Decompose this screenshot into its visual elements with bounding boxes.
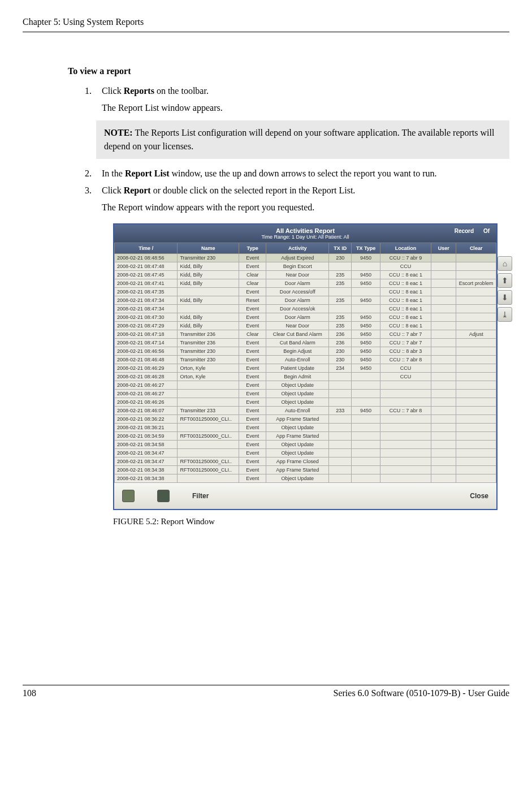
- arrow-up-icon[interactable]: ⬆: [498, 273, 512, 288]
- cell-name: Transmitter 236: [178, 339, 239, 347]
- cell-location: [380, 466, 431, 474]
- home-icon[interactable]: ⌂: [498, 256, 512, 271]
- col-user-header[interactable]: User: [431, 243, 456, 254]
- table-row[interactable]: 2008-02-21 08:34:59RFT0031250000_CLI..Ev…: [115, 432, 496, 441]
- cell-clear: Escort problem: [456, 279, 496, 288]
- cell-activity: Object Update: [266, 390, 329, 398]
- print-icon[interactable]: [122, 490, 135, 502]
- col-activity-header[interactable]: Activity: [266, 243, 329, 254]
- table-row[interactable]: 2008-02-21 08:47:29Kidd, BillyEventNear …: [115, 322, 496, 330]
- table-row[interactable]: 2008-02-21 08:47:14Transmitter 236EventC…: [115, 339, 496, 347]
- step-bold: Reports: [124, 86, 154, 96]
- cell-clear: [456, 474, 496, 483]
- table-row[interactable]: 2008-02-21 08:36:22RFT0031250000_CLI..Ev…: [115, 415, 496, 424]
- of-button[interactable]: Of: [483, 228, 490, 234]
- cell-time: 2008-02-21 08:46:27: [115, 381, 178, 390]
- cell-user: [431, 347, 456, 356]
- cell-txid: [329, 449, 352, 457]
- cell-time: 2008-02-21 08:46:29: [115, 364, 178, 373]
- table-row[interactable]: 2008-02-21 08:36:21EventObject Update: [115, 424, 496, 432]
- table-row[interactable]: 2008-02-21 08:46:29Orton, KyleEventPatie…: [115, 364, 496, 373]
- cell-type: Event: [239, 457, 266, 466]
- step-sub: The Report List window appears.: [102, 101, 509, 115]
- col-type-header[interactable]: Type: [239, 243, 266, 254]
- cell-activity: App Frame Closed: [266, 457, 329, 466]
- cell-name: [178, 449, 239, 457]
- cell-clear: [456, 262, 496, 271]
- filter-button[interactable]: Filter: [192, 492, 209, 500]
- cell-activity: Near Door: [266, 271, 329, 279]
- table-row[interactable]: 2008-02-21 08:34:38RFT0031250000_CLI..Ev…: [115, 466, 496, 474]
- cell-user: [431, 407, 456, 415]
- cell-location: CCU: [380, 373, 431, 381]
- cell-activity: Door Alarm: [266, 313, 329, 322]
- cell-name: Kidd, Billy: [178, 271, 239, 279]
- table-row[interactable]: 2008-02-21 08:46:28Orton, KyleEventBegin…: [115, 373, 496, 381]
- cell-txtype: 9450: [352, 339, 380, 347]
- cell-clear: [456, 364, 496, 373]
- table-row[interactable]: 2008-02-21 08:34:47RFT0031250000_CLI..Ev…: [115, 457, 496, 466]
- col-time-header[interactable]: Time /: [115, 243, 178, 254]
- arrow-down-icon[interactable]: ⬇: [498, 290, 512, 305]
- cell-name: RFT0031250000_CLI..: [178, 415, 239, 424]
- cell-activity: Near Door: [266, 322, 329, 330]
- report-title-bar: All Activities Report Time Range: 1 Day …: [114, 225, 496, 243]
- cell-time: 2008-02-21 08:47:45: [115, 271, 178, 279]
- cell-txid: [329, 424, 352, 432]
- cell-name: RFT0031250000_CLI..: [178, 432, 239, 441]
- col-clear-header[interactable]: Clear: [456, 243, 496, 254]
- table-header-row: Time / Name Type Activity TX ID TX Type …: [115, 243, 496, 254]
- cell-txid: [329, 398, 352, 407]
- cell-type: Event: [239, 313, 266, 322]
- close-button[interactable]: Close: [470, 492, 488, 500]
- cell-activity: Begin Admit: [266, 373, 329, 381]
- record-button[interactable]: Record: [455, 228, 474, 234]
- table-row[interactable]: 2008-02-21 08:34:47EventObject Update: [115, 449, 496, 457]
- cell-user: [431, 373, 456, 381]
- table-row[interactable]: 2008-02-21 08:47:41Kidd, BillyClearDoor …: [115, 279, 496, 288]
- cell-activity: Clear Cut Band Alarm: [266, 330, 329, 339]
- table-row[interactable]: 2008-02-21 08:47:34EventDoor Access/okCC…: [115, 305, 496, 313]
- table-row[interactable]: 2008-02-21 08:46:27EventObject Update: [115, 381, 496, 390]
- table-row[interactable]: 2008-02-21 08:46:48Transmitter 230EventA…: [115, 356, 496, 364]
- cell-user: [431, 330, 456, 339]
- table-row[interactable]: 2008-02-21 08:47:48Kidd, BillyEventBegin…: [115, 262, 496, 271]
- cell-type: Event: [239, 398, 266, 407]
- table-row[interactable]: 2008-02-21 08:47:45Kidd, BillyClearNear …: [115, 271, 496, 279]
- header-rule: [23, 32, 509, 32]
- col-txtype-header[interactable]: TX Type: [352, 243, 380, 254]
- cell-activity: Begin Escort: [266, 262, 329, 271]
- cell-clear: [456, 457, 496, 466]
- cell-time: 2008-02-21 08:47:14: [115, 339, 178, 347]
- cell-name: Transmitter 236: [178, 330, 239, 339]
- save-icon[interactable]: [157, 490, 170, 502]
- cell-type: Reset: [239, 296, 266, 305]
- cell-name: Kidd, Billy: [178, 322, 239, 330]
- cell-user: [431, 381, 456, 390]
- table-row[interactable]: 2008-02-21 08:47:30Kidd, BillyEventDoor …: [115, 313, 496, 322]
- cell-type: Event: [239, 390, 266, 398]
- table-row[interactable]: 2008-02-21 08:34:58EventObject Update: [115, 441, 496, 449]
- cell-location: CCU: [380, 262, 431, 271]
- col-location-header[interactable]: Location: [380, 243, 431, 254]
- end-icon[interactable]: ⤓: [498, 307, 512, 322]
- note-box: NOTE: The Reports List configuration wil…: [96, 120, 509, 159]
- table-row[interactable]: 2008-02-21 08:47:34Kidd, BillyResetDoor …: [115, 296, 496, 305]
- cell-user: [431, 466, 456, 474]
- cell-name: RFT0031250000_CLI..: [178, 457, 239, 466]
- table-row[interactable]: 2008-02-21 08:48:56Transmitter 230EventA…: [115, 254, 496, 262]
- table-row[interactable]: 2008-02-21 08:46:27EventObject Update: [115, 390, 496, 398]
- cell-time: 2008-02-21 08:36:21: [115, 424, 178, 432]
- col-txid-header[interactable]: TX ID: [329, 243, 352, 254]
- table-row[interactable]: 2008-02-21 08:46:07Transmitter 233EventA…: [115, 407, 496, 415]
- cell-time: 2008-02-21 08:47:34: [115, 296, 178, 305]
- table-row[interactable]: 2008-02-21 08:47:18Transmitter 236ClearC…: [115, 330, 496, 339]
- col-name-header[interactable]: Name: [178, 243, 239, 254]
- table-row[interactable]: 2008-02-21 08:47:35EventDoor Access/offC…: [115, 288, 496, 296]
- cell-user: [431, 271, 456, 279]
- table-row[interactable]: 2008-02-21 08:34:38EventObject Update: [115, 474, 496, 483]
- table-row[interactable]: 2008-02-21 08:46:26EventObject Update: [115, 398, 496, 407]
- table-row[interactable]: 2008-02-21 08:46:56Transmitter 230EventB…: [115, 347, 496, 356]
- section-title: To view a report: [68, 66, 509, 76]
- cell-txid: [329, 432, 352, 441]
